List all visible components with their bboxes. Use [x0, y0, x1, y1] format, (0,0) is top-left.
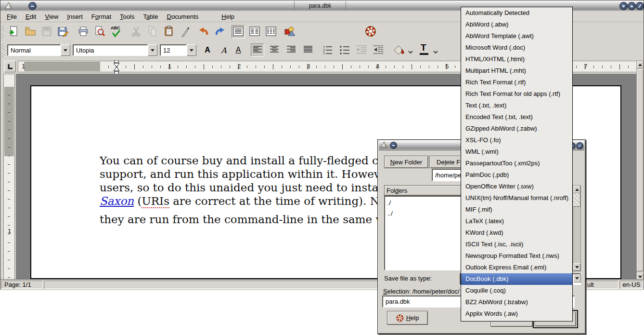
- italic-button[interactable]: A: [217, 43, 231, 57]
- file-type-option-selected[interactable]: DocBook (.dbk): [461, 273, 572, 285]
- minimize-button[interactable]: [619, 2, 628, 10]
- file-type-option[interactable]: GZipped AbiWord (.zabw): [461, 123, 572, 134]
- vertical-scrollbar[interactable]: [636, 60, 644, 282]
- file-type-option[interactable]: Microsoft Word (.doc): [461, 42, 572, 54]
- bullet-list-button[interactable]: [338, 43, 351, 57]
- menu-file[interactable]: File: [2, 12, 21, 22]
- tab-selector-button[interactable]: [4, 61, 16, 72]
- view-three-columns-button[interactable]: [264, 25, 278, 39]
- file-type-option[interactable]: Newsgroup Formatted Text (.nws): [461, 250, 572, 262]
- pen-button[interactable]: [179, 25, 192, 39]
- menu-format[interactable]: Format: [87, 12, 116, 22]
- print-preview-button[interactable]: [93, 25, 106, 39]
- highlight-color-dropdown[interactable]: [408, 49, 413, 56]
- align-justify-button[interactable]: [301, 43, 315, 57]
- file-type-option[interactable]: WML (.wml): [461, 146, 572, 158]
- font-value[interactable]: Utopia: [73, 44, 148, 56]
- save-as-button[interactable]: [56, 25, 70, 39]
- toolbar-grip[interactable]: [1, 43, 4, 57]
- file-type-option[interactable]: ISCII Text (.isc, .iscii): [461, 239, 572, 250]
- save-type-dropdown-button[interactable]: [573, 274, 581, 282]
- font-color-button[interactable]: T: [417, 43, 431, 57]
- menu-view[interactable]: View: [40, 12, 63, 22]
- folder-item[interactable]: ../: [387, 208, 393, 219]
- file-type-option[interactable]: HTML/XHTML (.html): [461, 54, 572, 65]
- help-button[interactable]: [364, 25, 377, 39]
- increase-indent-button[interactable]: [372, 43, 385, 57]
- bold-button[interactable]: A: [201, 43, 214, 57]
- align-center-button[interactable]: [268, 43, 281, 57]
- file-type-option[interactable]: BZ2 AbiWord (.bzabw): [461, 296, 572, 308]
- file-type-option[interactable]: UNIX(tm) Nroff/Manual format (.nroff): [461, 192, 572, 204]
- file-type-option[interactable]: Coquille (.coq): [461, 285, 572, 296]
- maximize-button[interactable]: [628, 2, 636, 10]
- file-type-option[interactable]: Outlook Express Email (.eml): [461, 262, 572, 273]
- file-type-option[interactable]: KWord (.kwd): [461, 227, 572, 239]
- file-type-option[interactable]: MIF (.mif): [461, 204, 572, 215]
- size-value[interactable]: 12: [160, 44, 187, 56]
- file-type-option[interactable]: OpenOffice Writer (.sxw): [461, 181, 572, 192]
- file-type-option[interactable]: Multipart HTML (.mht): [461, 65, 572, 77]
- align-left-button[interactable]: [251, 43, 264, 57]
- menu-edit[interactable]: Edit: [21, 12, 40, 22]
- font-color-dropdown[interactable]: [433, 49, 438, 56]
- decrease-indent-button[interactable]: [355, 43, 368, 57]
- file-type-option[interactable]: PassepartoutToo (.xml2ps): [461, 158, 572, 169]
- file-type-option[interactable]: XSL-FO (.fo): [461, 134, 572, 146]
- file-type-option[interactable]: AbiWord (.abw): [461, 19, 572, 30]
- scroll-up-button[interactable]: [637, 61, 644, 68]
- scroll-down-button[interactable]: [573, 263, 580, 271]
- style-value[interactable]: Normal: [7, 44, 61, 56]
- view-one-column-button[interactable]: [232, 25, 245, 39]
- scrollbar-thumb[interactable]: [637, 69, 644, 271]
- scroll-up-button[interactable]: [573, 186, 580, 193]
- menu-tools[interactable]: Tools: [116, 12, 139, 22]
- folder-item[interactable]: ./: [387, 198, 391, 208]
- file-type-option[interactable]: Rich Text Format (.rtf): [461, 77, 572, 88]
- indent-marker[interactable]: [113, 60, 120, 75]
- undo-button[interactable]: [197, 25, 210, 39]
- copy-button[interactable]: [146, 25, 159, 39]
- cut-button[interactable]: [129, 25, 143, 39]
- menu-insert[interactable]: Insert: [63, 12, 87, 22]
- status-language[interactable]: en-US: [619, 281, 644, 289]
- toolbar-grip[interactable]: [1, 24, 4, 39]
- hyperlink-saxon[interactable]: Saxon: [100, 195, 134, 207]
- size-dropdown-button[interactable]: [187, 44, 196, 56]
- vertical-ruler[interactable]: 1: [3, 74, 15, 282]
- file-type-option[interactable]: LaTeX (.latex): [461, 215, 572, 227]
- font-dropdown-button[interactable]: [148, 44, 157, 56]
- file-type-option[interactable]: PalmDoc (.pdb): [461, 169, 572, 181]
- new-button[interactable]: [7, 25, 21, 39]
- open-button[interactable]: [24, 25, 37, 39]
- align-right-button[interactable]: [284, 43, 298, 57]
- spellcheck-button[interactable]: ABC: [109, 25, 123, 39]
- shade-button[interactable]: [28, 2, 37, 10]
- folders-scrollbar[interactable]: [573, 185, 581, 271]
- insert-shapes-button[interactable]: [283, 25, 297, 39]
- file-type-option[interactable]: Encoded Text (.txt, .text): [461, 111, 572, 123]
- file-type-option[interactable]: Automatically Detected: [461, 7, 572, 19]
- file-type-option[interactable]: Text (.txt, .text): [461, 100, 572, 111]
- file-type-option[interactable]: Applix Words (.aw): [461, 308, 572, 320]
- save-button[interactable]: [40, 25, 53, 39]
- style-dropdown-button[interactable]: [61, 44, 70, 56]
- paste-button[interactable]: [162, 25, 176, 39]
- menu-help[interactable]: Help: [217, 12, 239, 22]
- file-type-option[interactable]: Rich Text Format for old apps (.rtf): [461, 88, 572, 100]
- highlight-color-button[interactable]: [390, 43, 407, 57]
- dialog-shade-button[interactable]: [390, 142, 397, 149]
- view-two-columns-button[interactable]: [248, 25, 261, 39]
- scrollbar-thumb[interactable]: [573, 193, 580, 207]
- menu-table[interactable]: Table: [139, 12, 162, 22]
- file-type-option[interactable]: AbiWord Template (.awt): [461, 30, 572, 42]
- underline-button[interactable]: A: [232, 43, 245, 57]
- menu-documents[interactable]: Documents: [163, 12, 203, 22]
- numbered-list-button[interactable]: 123: [321, 43, 335, 57]
- redo-button[interactable]: [213, 25, 227, 39]
- dialog-close-button[interactable]: [576, 142, 583, 149]
- close-button[interactable]: [636, 2, 644, 10]
- new-folder-button[interactable]: New Folder: [384, 156, 428, 168]
- dialog-help-button[interactable]: Help: [387, 311, 428, 325]
- print-button[interactable]: [77, 25, 90, 39]
